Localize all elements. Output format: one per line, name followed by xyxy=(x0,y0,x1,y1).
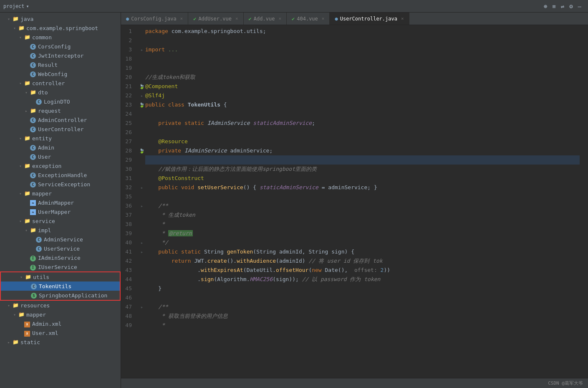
line-number-40: 40 xyxy=(121,238,135,247)
tree-item-userservice[interactable]: CUserService xyxy=(0,244,121,253)
fold-icon[interactable]: ▸ xyxy=(141,203,144,209)
line-number-25: 25 xyxy=(121,119,135,128)
code-line-45: } xyxy=(145,284,580,293)
tree-item-adminservice[interactable]: CAdminService xyxy=(0,235,121,244)
marker-icon[interactable]: 🍃 xyxy=(139,148,145,154)
tab-404[interactable]: ✔404.vue× xyxy=(287,13,330,25)
tree-item-java[interactable]: ▾📁java xyxy=(0,14,121,23)
tree-item-user[interactable]: CUser xyxy=(0,152,121,161)
tree-label: AdminService xyxy=(44,236,83,243)
fold-icon[interactable]: ▸ xyxy=(141,249,144,255)
tree-item-mapper[interactable]: ▾📁mapper xyxy=(0,189,121,198)
tree-item-request[interactable]: ▸📁request xyxy=(0,106,121,115)
tree-item-tokenutils[interactable]: CTokenUtils xyxy=(1,281,120,291)
tree-item-entity[interactable]: ▾📁entity xyxy=(0,134,121,143)
tree-item-webconfig[interactable]: CWebConfig xyxy=(0,69,121,79)
line-number-24: 24 xyxy=(121,109,135,119)
tree-icon: 📁 xyxy=(18,312,25,317)
code-line-24 xyxy=(145,109,580,119)
utils-section: ▾📁utilsCTokenUtilsSSpringbootApplication xyxy=(0,271,121,301)
tree-item-adminmapper[interactable]: ≈AdminMapper xyxy=(0,198,121,207)
list-icon[interactable]: ≡ xyxy=(552,3,555,10)
marker-icon[interactable]: 🍃 xyxy=(139,84,145,89)
tree-item-usermapper[interactable]: ≈UserMapper xyxy=(0,207,121,216)
fold-icon[interactable]: ▸ xyxy=(141,93,144,99)
tree-label: IAdminService xyxy=(38,255,81,261)
tree-icon: C xyxy=(35,236,43,243)
tree-item-corsconfig[interactable]: CCorsConfig xyxy=(0,42,121,51)
arrows-icon[interactable]: ⇌ xyxy=(561,3,564,10)
tab-usercontroller[interactable]: ●UserController.java× xyxy=(330,13,409,25)
code-line-22: @Slf4j xyxy=(145,91,580,100)
tree-label: Result xyxy=(38,62,58,68)
tree-item-usercontroller[interactable]: CUserController xyxy=(0,124,121,134)
tab-close[interactable]: × xyxy=(180,16,183,21)
code-line-2 xyxy=(145,36,580,45)
fold-icon[interactable]: ▸ xyxy=(141,304,144,310)
sync-icon[interactable]: ⊕ xyxy=(544,3,547,10)
tree-icon: 📁 xyxy=(18,25,25,31)
fold-icon[interactable]: ▸ xyxy=(141,185,144,190)
tab-close[interactable]: × xyxy=(235,16,238,21)
tab-close[interactable]: × xyxy=(278,16,281,21)
status-text: CSDN @葛军大爷 xyxy=(548,380,583,386)
code-line-43: .withExpiresAt(DateUtil.offsetHour(new D… xyxy=(145,266,580,275)
tree-item-springbootapplication[interactable]: SSpringbootApplication xyxy=(1,291,120,300)
code-line-25: private static IAdminService staticAdmin… xyxy=(145,119,580,128)
tab-adduser[interactable]: ✔AddUser.vue× xyxy=(188,13,243,25)
tree-item-utils[interactable]: ▾📁utils xyxy=(1,272,120,281)
code-line-30: //赋值作用：让后面的静态方法里面能使用springboot里面的类 xyxy=(145,165,580,174)
tree-label: UserService xyxy=(44,246,80,252)
line-number-3: 3 xyxy=(121,45,135,54)
tab-label: UserController.java xyxy=(340,16,397,22)
tree-item-logindto[interactable]: CLoginDTO xyxy=(0,97,121,106)
tab-add[interactable]: ✔Add.vue× xyxy=(244,13,287,25)
tree-arrow: ▾ xyxy=(12,26,18,30)
tree-item-iadminservice[interactable]: IIAdminService xyxy=(0,253,121,262)
tree-label: SpringbootApplication xyxy=(39,292,107,299)
tree-item-jwtinterceptor[interactable]: CJwtInterceptor xyxy=(0,51,121,60)
tree-item-exception[interactable]: ▾📁exception xyxy=(0,161,121,170)
tab-label: AddUser.vue xyxy=(198,16,231,22)
marker-icon[interactable]: 🍃 xyxy=(139,102,145,108)
tree-item-resources[interactable]: ▾📁resources xyxy=(0,301,121,310)
tree-item-static[interactable]: ▸📁static xyxy=(0,337,121,347)
code-line-48: * 获取当前登录的用户信息 xyxy=(145,312,580,321)
code-line-35 xyxy=(145,192,580,201)
gutter-cell-29 xyxy=(139,155,145,165)
code-editor[interactable]: 1231819202122232425262728293031323536373… xyxy=(121,25,588,378)
tab-close[interactable]: × xyxy=(322,16,325,21)
line-number-49: 49 xyxy=(121,321,135,330)
minimize-icon[interactable]: — xyxy=(578,3,581,10)
tree-item-mapper[interactable]: ▾📁mapper xyxy=(0,310,121,319)
settings-icon[interactable]: ⚙ xyxy=(569,3,573,10)
tree-label: Admin xyxy=(38,145,54,151)
fold-icon[interactable]: ▸ xyxy=(141,47,144,53)
tree-arrow: ▾ xyxy=(12,312,18,317)
gutter-cell-32: ▸ xyxy=(139,183,145,192)
tree-item-admin.xml[interactable]: xAdmin.xml xyxy=(0,319,121,328)
tree-item-com.example.springboot[interactable]: ▾📁com.example.springboot xyxy=(0,23,121,33)
code-line-31: @PostConstruct xyxy=(145,174,580,183)
tree-item-admincontroller[interactable]: CAdminController xyxy=(0,115,121,124)
tree-item-common[interactable]: ▾📁common xyxy=(0,33,121,42)
tree-item-exceptionhandle[interactable]: CExceptionHandle xyxy=(0,170,121,180)
tree-item-service[interactable]: ▾📁service xyxy=(0,216,121,226)
tree-item-controller[interactable]: ▾📁controller xyxy=(0,79,121,88)
tree-item-user.xml[interactable]: xUser.xml xyxy=(0,328,121,337)
tree-item-impl[interactable]: ▾📁impl xyxy=(0,226,121,235)
gutter-cell-25 xyxy=(139,119,145,128)
tree-item-dto[interactable]: ▾📁dto xyxy=(0,88,121,97)
tab-close[interactable]: × xyxy=(401,16,404,21)
tree-label: entity xyxy=(32,135,52,142)
tree-item-serviceexception[interactable]: CServiceException xyxy=(0,180,121,189)
tree-arrow: ▸ xyxy=(23,109,29,113)
code-line-21: @Component xyxy=(145,82,580,91)
line-number-35: 35 xyxy=(121,192,135,201)
tab-cors[interactable]: ●CorsConfig.java× xyxy=(121,13,188,25)
fold-icon[interactable]: ▸ xyxy=(141,240,144,246)
tree-item-iuserservice[interactable]: IIUserService xyxy=(0,262,121,271)
tree-label: JwtInterceptor xyxy=(38,53,84,59)
tree-item-result[interactable]: CResult xyxy=(0,60,121,69)
tree-item-admin[interactable]: CAdmin xyxy=(0,143,121,152)
